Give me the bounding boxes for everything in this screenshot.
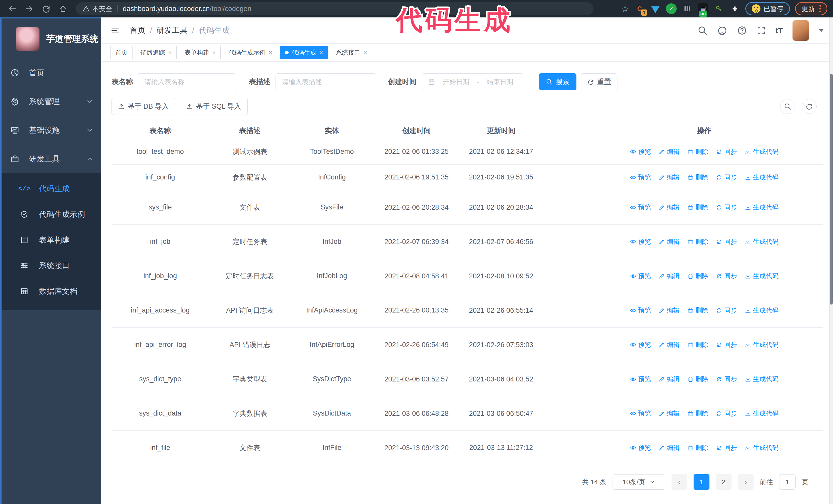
reload-icon[interactable] bbox=[40, 2, 53, 16]
close-icon[interactable]: × bbox=[212, 49, 216, 56]
import-sql-button[interactable]: 基于 SQL 导入 bbox=[180, 98, 247, 115]
refresh-table-button[interactable] bbox=[802, 99, 816, 114]
generate-code-link[interactable]: 生成代码 bbox=[745, 237, 779, 246]
preview-link[interactable]: 预览 bbox=[630, 443, 651, 452]
table-desc-input[interactable]: 请输入表描述 bbox=[276, 73, 376, 90]
sync-link[interactable]: 同步 bbox=[716, 340, 737, 349]
preview-link[interactable]: 预览 bbox=[630, 340, 651, 349]
generate-code-link[interactable]: 生成代码 bbox=[745, 173, 779, 182]
extension-dark-icon[interactable]: ▤on bbox=[698, 3, 709, 14]
sidebar-item-system[interactable]: 系统管理 bbox=[0, 87, 101, 116]
delete-link[interactable]: 删除 bbox=[687, 409, 709, 417]
tab-system-api[interactable]: 系统接口× bbox=[331, 46, 372, 59]
update-button[interactable]: 更新 bbox=[795, 2, 827, 16]
sync-link[interactable]: 同步 bbox=[716, 237, 737, 246]
close-icon[interactable]: × bbox=[168, 49, 172, 56]
tab-home[interactable]: 首页 bbox=[111, 46, 133, 59]
preview-link[interactable]: 预览 bbox=[630, 203, 651, 212]
close-icon[interactable]: × bbox=[319, 49, 323, 56]
edit-link[interactable]: 编辑 bbox=[659, 173, 680, 182]
preview-link[interactable]: 预览 bbox=[630, 272, 651, 280]
scrollbar-thumb[interactable] bbox=[830, 74, 833, 305]
breadcrumb-home[interactable]: 首页 bbox=[130, 25, 145, 35]
sidebar-item-codegen-example[interactable]: 代码生成示例 bbox=[0, 201, 101, 227]
preview-link[interactable]: 预览 bbox=[630, 409, 651, 417]
edit-link[interactable]: 编辑 bbox=[659, 340, 680, 349]
extension-c-icon[interactable]: C1 bbox=[634, 3, 645, 14]
fullscreen-icon[interactable] bbox=[757, 26, 766, 35]
goto-page-input[interactable] bbox=[779, 474, 795, 490]
sidebar-item-form-builder[interactable]: 表单构建 bbox=[0, 227, 101, 253]
sidebar-item-system-api[interactable]: 系统接口 bbox=[0, 253, 101, 279]
header-search-icon[interactable] bbox=[698, 26, 708, 35]
breadcrumb-group[interactable]: 研发工具 bbox=[157, 25, 187, 35]
generate-code-link[interactable]: 生成代码 bbox=[745, 147, 779, 156]
page-size-select[interactable]: 10条/页 bbox=[613, 474, 665, 490]
search-button[interactable]: 搜索 bbox=[539, 73, 576, 90]
next-page-button[interactable]: › bbox=[738, 474, 754, 490]
extension-key-icon[interactable] bbox=[714, 3, 724, 14]
edit-link[interactable]: 编辑 bbox=[659, 375, 680, 383]
delete-link[interactable]: 删除 bbox=[687, 173, 709, 182]
reset-button[interactable]: 重置 bbox=[581, 73, 617, 90]
home-icon[interactable] bbox=[56, 2, 70, 16]
collapse-sidebar-icon[interactable] bbox=[111, 26, 120, 35]
generate-code-link[interactable]: 生成代码 bbox=[745, 272, 779, 280]
generate-code-link[interactable]: 生成代码 bbox=[745, 443, 779, 452]
preview-link[interactable]: 预览 bbox=[630, 237, 651, 246]
create-time-range-picker[interactable]: 开始日期 - 结束日期 bbox=[422, 73, 523, 90]
delete-link[interactable]: 删除 bbox=[687, 340, 709, 349]
extension-gem-icon[interactable] bbox=[650, 3, 661, 14]
sync-link[interactable]: 同步 bbox=[716, 306, 737, 315]
delete-link[interactable]: 删除 bbox=[687, 147, 709, 156]
scrollbar-track[interactable] bbox=[829, 18, 833, 504]
delete-link[interactable]: 删除 bbox=[687, 443, 709, 452]
sidebar-item-db-doc[interactable]: 数据库文档 bbox=[0, 279, 101, 304]
generate-code-link[interactable]: 生成代码 bbox=[745, 409, 779, 417]
delete-link[interactable]: 删除 bbox=[687, 203, 709, 212]
help-icon[interactable] bbox=[737, 26, 747, 35]
import-db-button[interactable]: 基于 DB 导入 bbox=[112, 98, 175, 115]
extension-check-icon[interactable]: ✓ bbox=[666, 3, 677, 14]
sync-link[interactable]: 同步 bbox=[716, 272, 737, 280]
tab-codegen[interactable]: 代码生成× bbox=[280, 46, 328, 59]
edit-link[interactable]: 编辑 bbox=[659, 237, 680, 246]
generate-code-link[interactable]: 生成代码 bbox=[745, 375, 779, 383]
table-name-input[interactable]: 请输入表名称 bbox=[138, 73, 236, 90]
github-icon[interactable] bbox=[717, 25, 728, 35]
delete-link[interactable]: 删除 bbox=[687, 306, 709, 315]
preview-link[interactable]: 预览 bbox=[630, 375, 651, 383]
toggle-search-button[interactable] bbox=[780, 99, 795, 114]
delete-link[interactable]: 删除 bbox=[687, 237, 709, 246]
tab-tracing[interactable]: 链路追踪× bbox=[136, 46, 176, 59]
page-button-1[interactable]: 1 bbox=[694, 474, 710, 490]
extension-columns-icon[interactable] bbox=[682, 3, 693, 14]
user-menu-caret-icon[interactable] bbox=[819, 29, 824, 32]
generate-code-link[interactable]: 生成代码 bbox=[745, 340, 779, 349]
edit-link[interactable]: 编辑 bbox=[659, 443, 680, 452]
generate-code-link[interactable]: 生成代码 bbox=[745, 306, 779, 315]
sidebar-item-codegen[interactable]: </> 代码生成 bbox=[0, 176, 101, 201]
tab-codegen-example[interactable]: 代码生成示例× bbox=[224, 46, 277, 59]
address-bar[interactable]: 不安全 dashboard.yudao.iocoder.cn/tool/code… bbox=[76, 2, 594, 15]
sync-link[interactable]: 同步 bbox=[716, 409, 737, 417]
app-logo-row[interactable]: 芋道管理系统 bbox=[0, 18, 101, 58]
sync-link[interactable]: 同步 bbox=[716, 203, 737, 212]
preview-link[interactable]: 预览 bbox=[630, 173, 651, 182]
page-button-2[interactable]: 2 bbox=[716, 474, 732, 490]
extensions-puzzle-icon[interactable] bbox=[730, 3, 740, 14]
delete-link[interactable]: 删除 bbox=[687, 375, 709, 383]
prev-page-button[interactable]: ‹ bbox=[671, 474, 687, 490]
bookmark-star-icon[interactable]: ☆ bbox=[621, 4, 629, 14]
edit-link[interactable]: 编辑 bbox=[659, 147, 680, 156]
sidebar-item-devtools[interactable]: 研发工具 bbox=[0, 145, 101, 173]
edit-link[interactable]: 编辑 bbox=[659, 409, 680, 417]
preview-link[interactable]: 预览 bbox=[630, 147, 651, 156]
delete-link[interactable]: 删除 bbox=[687, 272, 709, 280]
preview-link[interactable]: 预览 bbox=[630, 306, 651, 315]
sync-link[interactable]: 同步 bbox=[716, 375, 737, 383]
generate-code-link[interactable]: 生成代码 bbox=[745, 203, 779, 212]
user-avatar[interactable] bbox=[792, 20, 809, 41]
back-icon[interactable] bbox=[6, 2, 19, 16]
font-size-icon[interactable]: tT bbox=[776, 26, 783, 35]
